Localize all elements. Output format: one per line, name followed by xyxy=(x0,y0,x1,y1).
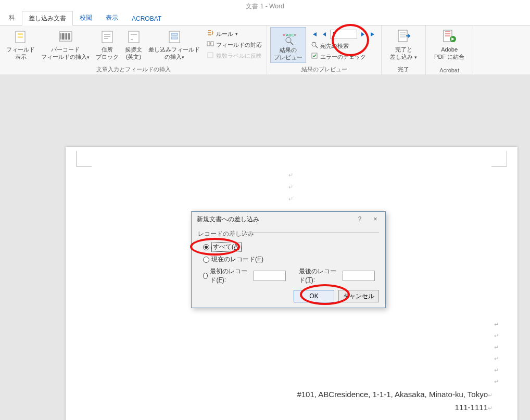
group-preview-label: 結果のプレビュー xyxy=(267,65,381,75)
paragraph-mark: ↵ xyxy=(494,344,499,351)
radio-all-indicator xyxy=(203,244,209,250)
rules-label: ルール xyxy=(216,30,233,38)
check-errors-button[interactable]: エラーのチェック xyxy=(309,52,378,62)
radio-from-label: 最初のレコード(F): xyxy=(210,267,249,285)
svg-rect-11 xyxy=(102,31,112,43)
group-finish-label: 完了 xyxy=(382,65,425,75)
ribbon: フィールド 表示 バーコード フィールドの挿入▾ 住所 ブロック 挨拶文 (英文… xyxy=(0,26,530,75)
svg-line-28 xyxy=(291,42,293,45)
address-line-2: 111-1111↵ xyxy=(455,402,493,413)
svg-rect-19 xyxy=(171,33,178,35)
rules-icon xyxy=(207,29,214,39)
records-group-label: レコードの差し込み xyxy=(198,228,379,240)
preview-results-button[interactable]: «ABC» 結果の プレビュー xyxy=(270,27,306,63)
highlight-fields-button[interactable]: フィールド 表示 xyxy=(3,27,38,62)
update-labels-label: 複数ラベルに反映 xyxy=(216,52,262,60)
match-fields-button[interactable]: フィールドの対応 xyxy=(205,40,263,50)
svg-rect-15 xyxy=(129,31,139,43)
barcode-field-button[interactable]: バーコード フィールドの挿入▾ xyxy=(38,27,93,62)
radio-all[interactable]: すべて(A) xyxy=(198,240,379,253)
finish-merge-icon xyxy=(395,28,412,46)
greeting-line-icon xyxy=(125,28,142,46)
radio-all-label: すべて(A) xyxy=(211,242,242,252)
paragraph-mark: ↵ xyxy=(288,184,293,190)
highlight-fields-icon xyxy=(12,28,29,46)
tab-view[interactable]: 表示 xyxy=(99,10,125,25)
adobe-pdf-icon xyxy=(441,28,458,46)
svg-rect-32 xyxy=(398,30,407,42)
svg-text:«: « xyxy=(283,32,285,37)
last-record-button[interactable] xyxy=(369,30,377,39)
finish-merge-button[interactable]: 完了と 差し込み ▾ xyxy=(385,27,422,62)
close-button[interactable]: × xyxy=(369,214,382,224)
insert-merge-field-button[interactable]: 差し込みフィールド の挿入▾ xyxy=(145,27,203,62)
address-block-label: 住所 ブロック xyxy=(96,46,119,61)
check-errors-icon xyxy=(311,52,318,61)
svg-point-29 xyxy=(312,42,316,46)
paragraph-mark: ↵ xyxy=(494,355,499,362)
check-errors-label: エラーのチェック xyxy=(320,53,366,61)
tab-review[interactable]: 校閲 xyxy=(73,10,99,25)
adobe-pdf-label: Adobe PDF に結合 xyxy=(434,46,464,61)
paragraph-mark: ↵ xyxy=(494,367,499,374)
radio-current[interactable]: 現在のレコード(E) xyxy=(198,253,379,265)
cancel-button[interactable]: キャンセル xyxy=(338,290,379,302)
update-labels-button: 複数ラベルに反映 xyxy=(205,51,263,61)
paragraph-mark: ↵ xyxy=(494,321,499,328)
paragraph-mark: ↵ xyxy=(494,333,499,339)
svg-rect-20 xyxy=(171,37,178,39)
find-recipient-label: 宛先の検索 xyxy=(320,42,349,50)
barcode-field-label: バーコード フィールドの挿入▾ xyxy=(41,46,90,61)
find-recipient-button[interactable]: 宛先の検索 xyxy=(309,41,378,51)
greeting-line-label: 挨拶文 (英文) xyxy=(125,46,142,61)
match-fields-icon xyxy=(207,40,214,49)
svg-line-30 xyxy=(316,46,318,48)
to-record-input[interactable] xyxy=(343,271,375,281)
paragraph-mark: ↵ xyxy=(288,172,293,179)
first-record-button[interactable] xyxy=(310,30,319,39)
preview-results-icon: «ABC» xyxy=(280,29,297,46)
dialog-title: 新規文書への差し込み xyxy=(197,215,259,224)
tab-acrobat[interactable]: ACROBAT xyxy=(125,12,168,25)
radio-current-indicator xyxy=(203,257,209,263)
radio-current-label: 現在のレコード(E) xyxy=(211,255,263,264)
svg-text:»: » xyxy=(294,32,296,37)
find-recipient-icon xyxy=(311,41,318,50)
svg-rect-23 xyxy=(208,53,213,58)
tab-mailmerge[interactable]: 差し込み文書 xyxy=(22,11,73,26)
margin-corner-right xyxy=(491,151,507,167)
greeting-line-button[interactable]: 挨拶文 (英文) xyxy=(122,27,145,62)
merge-to-new-document-dialog: 新規文書への差し込み ? × レコードの差し込み すべて(A) 現在のレコード(… xyxy=(191,211,386,308)
radio-range-indicator xyxy=(203,273,208,279)
next-record-button[interactable] xyxy=(359,30,367,39)
prev-record-button[interactable] xyxy=(320,30,329,39)
barcode-icon xyxy=(57,28,74,46)
insert-merge-field-label: 差し込みフィールド の挿入▾ xyxy=(148,46,200,61)
match-fields-label: フィールドの対応 xyxy=(216,41,262,49)
from-record-input[interactable] xyxy=(254,271,286,281)
address-line-1: #101, ABCresidence, 1-1-1, Akasaka, Mina… xyxy=(297,389,493,400)
margin-corner-left xyxy=(76,151,92,167)
preview-results-label: 結果の プレビュー xyxy=(274,47,302,61)
group-acrobat-label: Acrobat xyxy=(426,66,473,75)
highlight-fields-label: フィールド 表示 xyxy=(6,46,35,61)
help-button[interactable]: ? xyxy=(353,214,367,224)
update-labels-icon xyxy=(207,52,214,61)
dropdown-icon: ▾ xyxy=(235,31,238,37)
svg-rect-22 xyxy=(211,42,213,46)
tab-prev-fragment[interactable]: 料 xyxy=(2,10,22,25)
address-block-button[interactable]: 住所 ブロック xyxy=(93,27,122,62)
record-navigation xyxy=(309,29,378,40)
record-number-input[interactable] xyxy=(330,30,357,39)
svg-point-27 xyxy=(286,37,291,43)
radio-range[interactable]: 最初のレコード(F): 最後のレコード(T): xyxy=(198,265,379,286)
address-block-icon xyxy=(99,28,116,46)
paragraph-mark: ↵ xyxy=(288,196,293,202)
svg-rect-21 xyxy=(207,42,210,46)
finish-merge-label: 完了と 差し込み ▾ xyxy=(390,46,417,61)
ribbon-tabs: 料 差し込み文書 校閲 表示 ACROBAT xyxy=(0,12,530,26)
insert-merge-field-icon xyxy=(166,28,183,46)
ok-button[interactable]: OK xyxy=(294,290,334,302)
adobe-pdf-button[interactable]: Adobe PDF に結合 xyxy=(429,27,470,62)
rules-button[interactable]: ルール ▾ xyxy=(205,29,263,39)
